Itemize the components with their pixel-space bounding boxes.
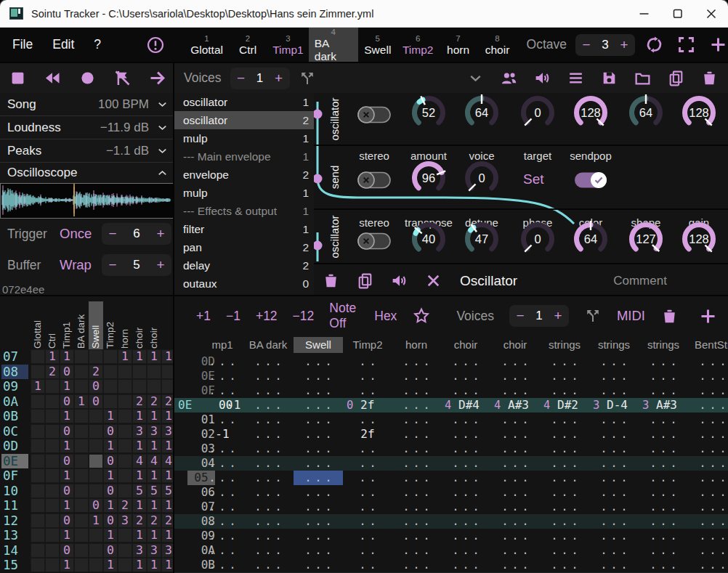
note-cell[interactable]: ... xyxy=(490,383,540,398)
save-instrument-button[interactable] xyxy=(600,69,618,87)
note-cell[interactable]: .. xyxy=(343,442,392,456)
collapse-oscilloscope-button[interactable] xyxy=(155,166,169,180)
order-cell[interactable] xyxy=(89,558,103,572)
note-cell[interactable]: ... xyxy=(441,427,490,442)
voices-decrement-button[interactable]: − xyxy=(232,68,251,89)
order-cell[interactable]: 1 xyxy=(132,439,147,453)
order-row-label-12[interactable]: 12 xyxy=(1,513,28,528)
note-cell[interactable]: ... xyxy=(688,514,728,529)
order-cell[interactable]: 2 xyxy=(118,498,132,513)
note-track-header-timp2[interactable]: Timp2 xyxy=(343,337,392,353)
order-cell[interactable]: 1 xyxy=(60,349,74,364)
order-cell[interactable] xyxy=(31,424,45,439)
expand-section-button[interactable] xyxy=(155,97,169,111)
order-row-label-0E[interactable]: 0E xyxy=(1,454,28,468)
order-cell[interactable]: 5 xyxy=(147,484,161,498)
order-cell[interactable] xyxy=(118,558,132,572)
note-cell[interactable]: ... xyxy=(198,514,247,529)
note-cell[interactable]: ... xyxy=(392,354,441,369)
order-cell[interactable] xyxy=(118,409,132,423)
note-cell[interactable]: ... xyxy=(540,558,589,572)
note-cell[interactable]: ... xyxy=(243,413,293,427)
note-cell[interactable]: ... xyxy=(639,442,688,456)
note-cell[interactable]: ... xyxy=(441,543,490,558)
note-cell[interactable]: ... xyxy=(490,456,540,471)
track-tab-ba-dark[interactable]: 4BA dark xyxy=(309,28,358,62)
note-cell[interactable]: ... xyxy=(294,500,343,514)
note-cell[interactable]: ... xyxy=(294,413,343,427)
order-cell[interactable] xyxy=(31,439,45,453)
unit-list-item-mulp[interactable]: mulp1 xyxy=(174,184,314,202)
order-cell[interactable]: 0 xyxy=(103,424,118,439)
order-cell[interactable] xyxy=(45,468,60,483)
order-cell[interactable] xyxy=(45,394,60,409)
order-cell[interactable]: 4 xyxy=(147,454,161,468)
unit-list-item-oscillator[interactable]: oscillator2 xyxy=(174,111,314,129)
note-cell[interactable]: ... xyxy=(294,354,343,369)
delete-track-button[interactable] xyxy=(660,307,679,325)
order-cell[interactable]: 1 xyxy=(103,528,118,542)
copy-unit-button[interactable] xyxy=(356,272,374,290)
note-cell[interactable]: ... xyxy=(540,369,589,383)
note-cell[interactable]: ... xyxy=(243,427,293,442)
note-cell[interactable]: ... xyxy=(639,558,688,572)
toggle-stereo-off[interactable] xyxy=(357,232,392,253)
note-cell[interactable]: ... xyxy=(243,369,293,383)
order-cell[interactable]: 3 xyxy=(147,424,161,439)
order-cell[interactable]: 2 xyxy=(132,513,147,528)
knob-shape-127[interactable]: 127 xyxy=(626,221,666,264)
note-cell[interactable]: ... xyxy=(589,442,639,456)
order-cell[interactable] xyxy=(31,349,45,364)
order-cell[interactable]: 0 xyxy=(60,424,74,439)
note-cell[interactable]: ... xyxy=(243,383,293,398)
order-cell[interactable] xyxy=(45,484,60,498)
order-cell[interactable] xyxy=(118,379,132,394)
note-cell[interactable]: ... xyxy=(243,485,293,500)
fullscreen-button[interactable] xyxy=(676,35,696,54)
order-cell[interactable]: 1 xyxy=(60,439,74,453)
order-cell[interactable]: 0 xyxy=(103,513,118,528)
note-cell[interactable]: ... xyxy=(392,471,441,485)
note-cell[interactable]: ... xyxy=(589,383,639,398)
order-cell[interactable] xyxy=(31,468,45,483)
note-cell[interactable]: ... xyxy=(639,514,688,529)
note-cell[interactable]: ... xyxy=(294,427,343,442)
solo-instrument-button[interactable] xyxy=(533,69,551,87)
order-cell[interactable]: 0 xyxy=(89,498,103,513)
note-cell[interactable]: 3D-4 xyxy=(589,398,639,413)
order-cell[interactable] xyxy=(118,468,132,483)
note-cell[interactable]: ... xyxy=(294,369,343,383)
order-cell[interactable]: 3 xyxy=(132,543,147,558)
order-cell[interactable] xyxy=(74,558,89,572)
note-cell[interactable]: 02f xyxy=(343,398,392,413)
order-cell[interactable]: 1 xyxy=(89,513,103,528)
note-cell[interactable]: ... xyxy=(490,558,540,572)
knob-param-64[interactable]: 64 xyxy=(626,94,666,138)
note-cell[interactable]: ... xyxy=(441,442,490,456)
order-row-label-09[interactable]: 09 xyxy=(1,379,28,394)
note-cell[interactable]: ... xyxy=(490,427,540,442)
order-cell[interactable] xyxy=(103,365,118,379)
order-cell[interactable] xyxy=(74,349,89,364)
order-row-label-08[interactable]: 08 xyxy=(1,365,28,379)
track-tab-timp2[interactable]: 6Timp2 xyxy=(397,28,439,62)
order-cell[interactable]: 1 xyxy=(103,409,118,423)
order-cell[interactable] xyxy=(74,513,89,528)
order-cell[interactable] xyxy=(31,484,45,498)
note-cell[interactable]: ... xyxy=(243,500,293,514)
note-cell[interactable]: ... xyxy=(243,543,293,558)
knob-voice-0[interactable]: 0 xyxy=(462,160,501,203)
order-cell[interactable]: 1 xyxy=(132,468,147,483)
note-cell[interactable]: ... xyxy=(639,471,688,485)
note-cell[interactable]: ... xyxy=(243,529,293,543)
order-cell[interactable]: 0 xyxy=(60,513,74,528)
note-cell[interactable]: ... xyxy=(392,369,441,383)
note-cell[interactable]: ... xyxy=(490,471,540,485)
load-instrument-button[interactable] xyxy=(634,69,652,87)
order-row-label-07[interactable]: 07 xyxy=(1,349,28,364)
note-cell[interactable]: .. xyxy=(343,500,392,514)
order-cell[interactable] xyxy=(118,365,132,379)
minimize-button[interactable] xyxy=(628,0,661,27)
order-cell[interactable] xyxy=(118,484,132,498)
order-cell[interactable]: 1 xyxy=(103,498,118,513)
